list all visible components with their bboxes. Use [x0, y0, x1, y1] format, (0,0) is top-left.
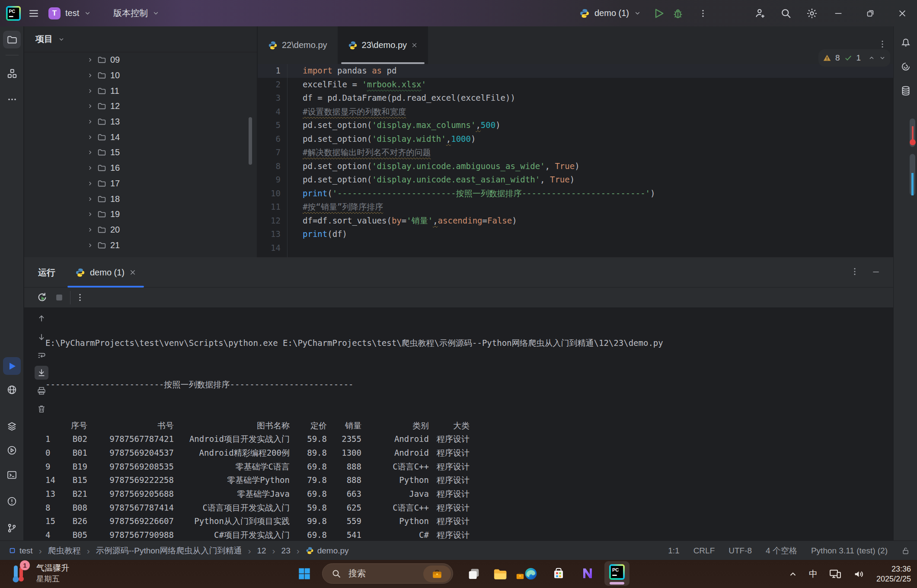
rerun-button[interactable]: [36, 291, 48, 303]
chevron-right-icon[interactable]: [87, 180, 93, 187]
chevron-right-icon[interactable]: [87, 118, 93, 125]
unlock-icon[interactable]: [901, 546, 910, 555]
chevron-right-icon[interactable]: [87, 227, 93, 233]
run-tab[interactable]: demo (1): [66, 257, 146, 288]
briefcase-app-icon[interactable]: [515, 571, 525, 581]
problems-tool-button[interactable]: [3, 492, 21, 510]
project-widget[interactable]: T test: [48, 0, 91, 26]
chevron-right-icon[interactable]: [87, 88, 93, 94]
code-lines[interactable]: import pandas as pdexcelFile = 'mrbook.x…: [303, 64, 655, 255]
taskbar-search[interactable]: 搜索: [322, 563, 453, 584]
chevron-right-icon[interactable]: [87, 72, 93, 79]
line-separator[interactable]: CRLF: [693, 546, 715, 556]
tree-folder-20[interactable]: 20: [24, 222, 257, 238]
run-button[interactable]: [653, 0, 665, 26]
pycharm-taskbar-button[interactable]: PC: [604, 561, 629, 586]
chevron-right-icon[interactable]: [87, 196, 93, 202]
tree-folder-13[interactable]: 13: [24, 114, 257, 130]
notifications-button[interactable]: [897, 33, 914, 51]
chevron-right-icon[interactable]: [87, 134, 93, 141]
breadcrumb-item[interactable]: test: [9, 546, 33, 556]
stop-button[interactable]: [54, 293, 64, 302]
chevron-right-icon[interactable]: [87, 57, 93, 63]
editor-tab[interactable]: 22\demo.py: [258, 26, 338, 64]
tree-folder-17[interactable]: 17: [24, 176, 257, 192]
tree-folder-16[interactable]: 16: [24, 160, 257, 176]
restore-button[interactable]: [859, 0, 882, 26]
editor-tab[interactable]: 23\demo.py: [338, 26, 428, 64]
tree-folder-18[interactable]: 18: [24, 191, 257, 207]
tree-folder-14[interactable]: 14: [24, 129, 257, 145]
minimize-button[interactable]: [827, 0, 850, 26]
caret-position[interactable]: 1:1: [668, 546, 679, 556]
run-more-button[interactable]: [75, 293, 85, 302]
tree-folder-19[interactable]: 19: [24, 207, 257, 222]
structure-tool-button[interactable]: [3, 64, 21, 82]
search-everywhere-button[interactable]: [780, 0, 792, 26]
code-with-me-button[interactable]: [754, 0, 766, 26]
close-tab-icon[interactable]: [411, 42, 418, 48]
inspections-widget[interactable]: 8 1: [818, 49, 890, 67]
breadcrumb-item[interactable]: 爬虫教程: [48, 545, 81, 556]
chevron-right-icon[interactable]: [87, 211, 93, 217]
python-console-button[interactable]: [3, 381, 21, 399]
ime-indicator[interactable]: 中: [809, 568, 818, 580]
breadcrumb-item[interactable]: 23: [281, 546, 291, 556]
hide-panel-button[interactable]: [872, 268, 880, 276]
ai-assistant-button[interactable]: [897, 58, 914, 75]
project-panel-header[interactable]: 项目: [24, 26, 257, 52]
database-button[interactable]: [897, 82, 914, 99]
python-interpreter[interactable]: Python 3.11 (test) (2): [811, 546, 888, 556]
tree-folder-12[interactable]: 12: [24, 99, 257, 114]
editor-tab-options-button[interactable]: [878, 39, 887, 49]
start-button[interactable]: [297, 567, 311, 581]
run-config-selector[interactable]: demo (1): [579, 0, 641, 26]
tree-folder-09[interactable]: 09: [24, 52, 257, 68]
chevron-right-icon[interactable]: [87, 242, 93, 249]
file-explorer-button[interactable]: [493, 567, 507, 581]
vcs-menu[interactable]: 版本控制: [113, 0, 160, 26]
tree-folder-10[interactable]: 10: [24, 68, 257, 83]
chevron-right-icon[interactable]: [87, 103, 93, 109]
clock-widget[interactable]: 23:36 2025/2/25: [876, 564, 911, 584]
editor-gutter[interactable]: 1234567891011121314: [258, 64, 281, 255]
console[interactable]: E:\PyCharmProjects\test\venv\Scripts\pyt…: [24, 308, 893, 540]
python-packages-button[interactable]: [3, 418, 21, 435]
close-tab-icon[interactable]: [129, 269, 136, 276]
chevron-right-icon[interactable]: [87, 149, 93, 156]
run-panel-options-button[interactable]: [850, 267, 859, 276]
more-tool-windows-button[interactable]: [3, 90, 21, 108]
project-scrollbar[interactable]: [249, 117, 252, 165]
terminal-tool-button[interactable]: [3, 466, 21, 484]
console-output[interactable]: E:\PyCharmProjects\test\venv\Scripts\pyt…: [45, 309, 663, 540]
network-devices-icon[interactable]: [829, 568, 842, 581]
tray-chevron-up-icon[interactable]: [788, 569, 798, 579]
breadcrumb-item[interactable]: demo.py: [306, 546, 349, 556]
file-encoding[interactable]: UTF-8: [728, 546, 752, 556]
breadcrumb-item[interactable]: 12: [257, 546, 266, 556]
purple-n-app-button[interactable]: [581, 567, 595, 581]
run-tool-button[interactable]: [3, 357, 21, 375]
main-menu-button[interactable]: [25, 0, 43, 26]
console-table-row: 13B219787569205688零基础学Java69.8663Java程序设…: [45, 487, 663, 501]
tree-folder-11[interactable]: 11: [24, 83, 257, 99]
edge-browser-button[interactable]: [524, 567, 538, 581]
settings-button[interactable]: [806, 0, 818, 26]
search-highlight-chip[interactable]: [423, 566, 451, 582]
speaker-icon[interactable]: [853, 568, 865, 580]
tree-folder-21[interactable]: 21: [24, 237, 257, 253]
close-button[interactable]: [891, 0, 914, 26]
tree-folder-15[interactable]: 15: [24, 145, 257, 160]
more-actions-button[interactable]: [698, 0, 708, 26]
project-tool-button[interactable]: [3, 31, 21, 48]
version-control-button[interactable]: [3, 519, 21, 537]
services-tool-button[interactable]: [3, 441, 21, 459]
breadcrumb-item[interactable]: 示例源码--Python网络爬虫从入门到精通: [96, 545, 242, 556]
weather-widget[interactable]: 1 气温骤升 星期五: [11, 562, 69, 584]
chevron-right-icon[interactable]: [87, 165, 93, 171]
microsoft-store-button[interactable]: [552, 567, 566, 581]
indent-style[interactable]: 4 个空格: [766, 545, 797, 556]
task-view-button[interactable]: [467, 567, 481, 581]
debug-button[interactable]: [672, 0, 684, 26]
project-avatar: T: [48, 7, 61, 19]
